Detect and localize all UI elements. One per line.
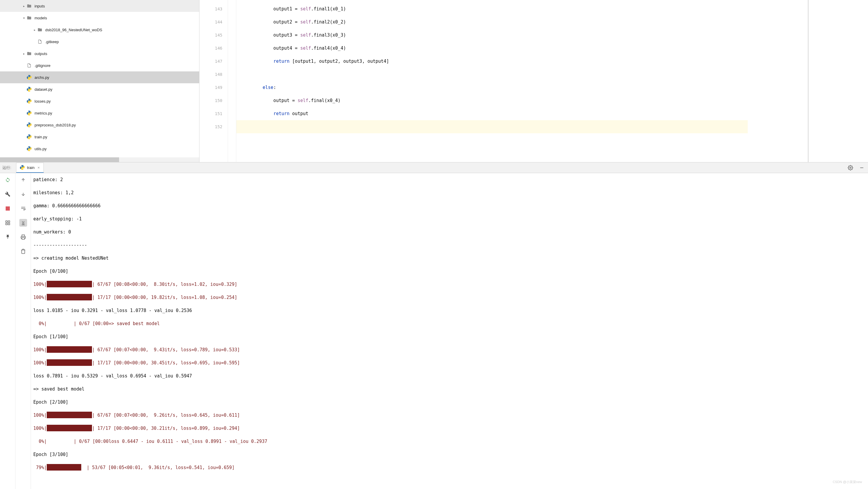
console-output[interactable]: patience: 2milestones: 1,2gamma: 0.66666… <box>31 173 868 489</box>
python-file-icon <box>26 122 32 128</box>
folder-icon <box>26 15 32 21</box>
tree-item-metrics-py[interactable]: metrics.py <box>0 107 199 119</box>
tree-item-dataset-py[interactable]: dataset.py <box>0 83 199 95</box>
line-number: 144 <box>199 15 222 29</box>
console-line: 100%|| 67/67 [00:07<00:00, 9.43it/s, los… <box>33 343 868 356</box>
console-line: gamma: 0.6666666666666666 <box>33 199 868 213</box>
tree-item-label: preprocess_dsb2018.py <box>34 123 76 127</box>
tree-item-preprocess-dsb2018-py[interactable]: preprocess_dsb2018.py <box>0 119 199 131</box>
chevron-icon[interactable] <box>22 134 26 139</box>
python-file-icon <box>26 134 32 140</box>
tree-horizontal-scrollbar[interactable] <box>0 157 199 162</box>
line-number: 152 <box>199 120 222 133</box>
code-line[interactable]: return output <box>236 107 748 120</box>
chevron-icon[interactable] <box>22 123 26 127</box>
run-left-toolbar-2 <box>16 173 31 489</box>
progress-bar <box>47 281 92 287</box>
trash-icon[interactable] <box>19 248 27 255</box>
tree-item-train-py[interactable]: train.py <box>0 131 199 143</box>
chevron-icon[interactable] <box>32 39 37 44</box>
run-tool-window: 运行: train × <box>0 162 868 489</box>
soft-wrap-icon[interactable] <box>19 205 27 213</box>
print-icon[interactable] <box>19 233 27 241</box>
code-line[interactable]: output4 = self.final4(x0_4) <box>236 42 748 55</box>
code-editor[interactable]: 143144145146147148149150151152 output1 =… <box>199 0 868 162</box>
chevron-icon[interactable]: ▸ <box>22 51 26 56</box>
console-line: 100%|| 67/67 [00:07<00:00, 9.26it/s, los… <box>33 409 868 422</box>
console-line: Epoch [2/100] <box>33 396 868 409</box>
console-line: 100%|| 17/17 [00:00<00:00, 30.21it/s, lo… <box>33 422 868 435</box>
editor-code-area[interactable]: output1 = self.final1(x0_1) output2 = se… <box>236 0 748 162</box>
console-line: => saved best model <box>33 383 868 396</box>
tree-item-label: .gitkeep <box>45 39 59 44</box>
console-line: 0%| | 0/67 [00:00=> saved best model <box>33 317 868 330</box>
tree-item-label: archs.py <box>34 75 49 80</box>
tree-item-dsb2018-96-nestedunet-wods[interactable]: ▸dsb2018_96_NestedUNet_woDS <box>0 24 199 36</box>
gear-icon[interactable] <box>846 164 854 172</box>
down-arrow-icon[interactable] <box>19 190 27 198</box>
code-line[interactable]: return [output1, output2, output3, outpu… <box>236 55 748 68</box>
code-line[interactable]: else: <box>236 81 748 94</box>
chevron-icon[interactable]: ▾ <box>22 15 26 20</box>
console-line: milestones: 1,2 <box>33 186 868 199</box>
code-line[interactable] <box>236 68 748 81</box>
tree-item-outputs[interactable]: ▸outputs <box>0 47 199 60</box>
file-icon <box>37 39 43 44</box>
tree-item-label: losses.py <box>34 99 51 103</box>
console-line: Epoch [3/100] <box>33 448 868 461</box>
code-line[interactable]: output2 = self.final2(x0_2) <box>236 15 748 29</box>
minimize-icon[interactable] <box>858 164 866 172</box>
project-tree[interactable]: ▸inputs▾models▸dsb2018_96_NestedUNet_woD… <box>0 0 199 162</box>
chevron-icon[interactable]: ▸ <box>22 4 26 8</box>
stop-icon[interactable] <box>4 205 11 213</box>
tree-item-label: inputs <box>34 4 45 8</box>
console-line: early_stopping: -1 <box>33 213 868 225</box>
console-line: loss 1.0185 - iou 0.3291 - val_loss 1.07… <box>33 304 868 317</box>
code-line[interactable]: output1 = self.final1(x0_1) <box>236 2 748 15</box>
run-left-toolbar-1 <box>0 173 16 489</box>
chevron-icon[interactable] <box>22 63 26 68</box>
rerun-icon[interactable] <box>4 176 11 184</box>
console-line: 0%| | 0/67 [00:00loss 0.6447 - iou 0.611… <box>33 435 868 448</box>
console-line: -------------------- <box>33 238 868 252</box>
layout-icon[interactable] <box>4 219 11 227</box>
svg-point-0 <box>850 167 851 168</box>
tree-item-label: dsb2018_96_NestedUNet_woDS <box>45 28 102 32</box>
tree-item-losses-py[interactable]: losses.py <box>0 95 199 107</box>
code-line[interactable]: output3 = self.final3(x0_3) <box>236 29 748 42</box>
line-number: 151 <box>199 107 222 120</box>
code-line[interactable]: output = self.final(x0_4) <box>236 94 748 107</box>
svg-rect-6 <box>8 223 9 225</box>
editor-fold-column[interactable] <box>228 0 236 162</box>
console-line: patience: 2 <box>33 173 868 186</box>
progress-bar <box>47 412 92 418</box>
python-file-icon <box>26 86 32 92</box>
run-tab-train[interactable]: train × <box>16 163 44 173</box>
up-arrow-icon[interactable] <box>19 176 27 184</box>
tree-item-utils-py[interactable]: utils.py <box>0 143 199 155</box>
tree-item-label: outputs <box>34 52 47 56</box>
svg-rect-5 <box>6 223 7 225</box>
scroll-to-end-icon[interactable] <box>19 219 27 227</box>
chevron-icon[interactable] <box>22 111 26 116</box>
tree-item--gitignore[interactable]: .gitignore <box>0 60 199 71</box>
python-file-icon <box>26 110 32 116</box>
python-icon <box>20 165 25 170</box>
folder-icon <box>37 27 43 33</box>
tree-item--gitkeep[interactable]: .gitkeep <box>0 36 199 47</box>
tree-item-models[interactable]: ▾models <box>0 12 199 24</box>
code-line[interactable] <box>236 120 748 133</box>
wrench-icon[interactable] <box>4 190 11 198</box>
console-line: 100%|| 17/17 [00:00<00:00, 30.45it/s, lo… <box>33 356 868 369</box>
close-icon[interactable]: × <box>37 165 40 170</box>
watermark: CSDN @小菜菜new <box>833 480 862 484</box>
tree-item-label: train.py <box>34 135 47 139</box>
chevron-icon[interactable]: ▸ <box>32 27 37 32</box>
chevron-icon[interactable] <box>22 75 26 80</box>
pin-icon[interactable] <box>4 233 11 241</box>
tree-item-inputs[interactable]: ▸inputs <box>0 0 199 12</box>
chevron-icon[interactable] <box>22 99 26 103</box>
tree-item-archs-py[interactable]: archs.py <box>0 71 199 83</box>
chevron-icon[interactable] <box>22 146 26 151</box>
chevron-icon[interactable] <box>22 87 26 92</box>
